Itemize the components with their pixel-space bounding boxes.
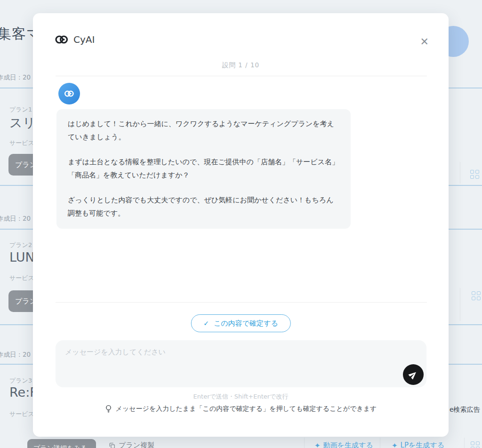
header-divider xyxy=(56,76,427,76)
generate-lp-button[interactable]: ✦ LPを生成する xyxy=(389,440,447,448)
plan-card-created-date: 作成日：20 xyxy=(0,351,31,359)
plan-number-label: プラン1 xyxy=(9,105,32,114)
send-button[interactable] xyxy=(403,364,424,385)
message-paragraph: まずは土台となる情報を整理したいので、現在ご提供中の「店舗名」「サービス名」「商… xyxy=(68,156,339,182)
divider xyxy=(460,162,460,184)
plan-number-label: プラン3 xyxy=(9,376,32,385)
generate-video-label: 動画を生成する xyxy=(323,441,373,448)
generate-video-button[interactable]: ✦ 動画を生成する xyxy=(312,440,376,448)
grid-menu-icon[interactable] xyxy=(472,291,481,300)
search-ads-label: e検索広告 xyxy=(450,406,480,414)
check-icon: ✓ xyxy=(203,320,209,327)
plan-duplicate-label: プラン複製 xyxy=(119,441,154,448)
enter-hint: Enterで送信・Shift+Enterで改行 xyxy=(33,392,449,401)
service-label: サービス xyxy=(9,410,34,418)
plan-name: スリ xyxy=(9,114,35,131)
copy-icon xyxy=(108,442,116,448)
message-paragraph: ざっくりとした内容でも大丈夫ですので、ぜひ気軽にお聞かせください！もちろん調整も… xyxy=(68,194,339,220)
message-input[interactable] xyxy=(56,340,426,387)
service-label: サービス xyxy=(9,139,34,147)
divider xyxy=(464,438,465,448)
modal-title: CyAI xyxy=(73,34,95,45)
sparkle-icon: ✦ xyxy=(392,441,398,448)
lightbulb-icon xyxy=(105,405,112,413)
confirm-button[interactable]: ✓ この内容で確定する xyxy=(191,314,291,332)
close-icon[interactable]: ✕ xyxy=(418,35,431,49)
divider xyxy=(380,438,380,448)
plan-card-created-date: 作成日：20 xyxy=(0,215,31,223)
message-paragraph: はじめまして！これから一緒に、ワクワクするようなマーケティングプランを考えていき… xyxy=(68,118,339,144)
cyai-logo-icon xyxy=(55,34,69,45)
tip-text: メッセージを入力したまま「この内容で確定する」を押しても確定することができます xyxy=(116,405,377,413)
plan-name: LUN xyxy=(9,250,35,264)
paper-plane-icon xyxy=(407,368,420,381)
grid-menu-icon[interactable] xyxy=(470,170,479,179)
cyai-chat-modal: CyAI ✕ 設問 1 / 10 はじめまして！これから一緒に、ワクワクするよう… xyxy=(33,13,449,437)
service-label: サービス xyxy=(9,274,34,282)
cyai-logo-icon xyxy=(64,89,74,98)
divider xyxy=(460,288,460,321)
assistant-message-bubble: はじめまして！これから一緒に、ワクワクするようなマーケティングプランを考えていき… xyxy=(56,109,351,229)
plan-card-created-date: 作成日：20 xyxy=(0,73,31,82)
confirm-button-label: この内容で確定する xyxy=(214,319,278,328)
tip-row: メッセージを入力したまま「この内容で確定する」を押しても確定することができます xyxy=(33,405,449,413)
divider xyxy=(304,438,305,448)
question-progress: 設問 1 / 10 xyxy=(33,61,449,70)
plan-duplicate-button[interactable]: プラン複製 xyxy=(105,440,157,448)
plan-detail-view-button[interactable]: プラン詳細をみる xyxy=(27,439,96,448)
sparkle-icon: ✦ xyxy=(314,441,321,448)
footer-divider xyxy=(56,302,427,303)
grid-menu-icon[interactable] xyxy=(471,441,480,448)
assistant-avatar xyxy=(58,83,80,104)
generate-lp-label: LPを生成する xyxy=(401,441,444,448)
modal-header: CyAI xyxy=(55,34,95,45)
message-input-container xyxy=(56,340,426,387)
plan-number-label: プラン2 xyxy=(9,241,32,249)
